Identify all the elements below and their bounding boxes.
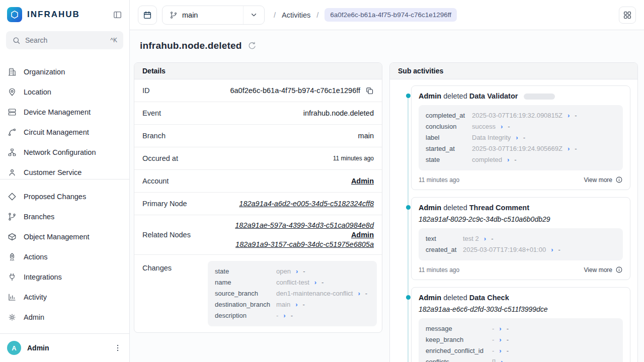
page-title: infrahub.node.deleted [140, 40, 242, 51]
field-row: texttest 2- [426, 233, 616, 244]
breadcrumb-activities[interactable]: Activities [282, 11, 310, 19]
user-menu-kebab-icon[interactable] [113, 343, 122, 352]
sidebar-header: INFRAHUB [0, 0, 129, 26]
sub-activity-title: Admin deleted Thread Comment [419, 204, 623, 212]
sidebar-nav-group-main: Organization Location Device Management … [0, 62, 129, 179]
location-pin-icon [8, 87, 17, 97]
sidebar-item-label: Admin [24, 313, 44, 321]
detail-row-event: Event infrahub.node.deleted [134, 102, 382, 125]
chevron-down-icon[interactable] [243, 6, 264, 24]
branch-name: main [182, 11, 198, 19]
related-node-link[interactable]: 182a91ae-597a-4399-34d3-c51ca0984e8d [235, 221, 374, 229]
field-row: enriched_conflict_id-- [426, 345, 616, 356]
detail-id-value: 6a0f2e6c-b61a-4f75-b974-c76c1e1296ff [230, 86, 360, 95]
primary-node-link[interactable]: 182a91a4-a6d2-e005-34d5-c5182324cff8 [239, 200, 374, 208]
sub-activities-panel: Sub activities Admin deleted Data Valida… [389, 62, 638, 362]
chevron-right-icon [551, 244, 553, 255]
breadcrumb-separator: / [316, 11, 318, 19]
calendar-button[interactable] [138, 6, 157, 25]
change-row: source_branchden1-maintenance-conflict- [215, 288, 370, 299]
detail-row-branch: Branch main [134, 125, 382, 147]
sub-activity-card: Admin deleted Thread Comment 182a91af-80… [411, 197, 630, 280]
related-node-link[interactable]: 182a91a9-3157-cab9-34dc-c51975e6805a [235, 240, 374, 248]
sidebar-item-label: Object Management [24, 233, 90, 241]
details-panel-title: Details [134, 63, 382, 79]
copy-icon[interactable] [365, 86, 374, 95]
chevron-right-icon [296, 266, 298, 277]
page-content: infrahub.node.deleted Details ID 6a0f2e6… [130, 30, 644, 362]
sidebar-item-network-configuration[interactable]: Network Configuration [0, 142, 129, 162]
breadcrumb-activity-id[interactable]: 6a0f2e6c-b61a-4f75-b974-c76c1e1296ff [325, 8, 457, 22]
field-row: created_at2025-03-07T17:19:48+01:00- [426, 244, 616, 255]
circuit-icon [8, 128, 17, 137]
sidebar-item-location[interactable]: Location [0, 82, 129, 102]
card-footer: 11 minutes ago View more [419, 176, 623, 184]
branch-selector-value: main [163, 6, 243, 24]
card-footer: 11 minutes ago View more [419, 266, 623, 274]
collapse-sidebar-button[interactable] [113, 10, 122, 20]
page-title-row: infrahub.node.deleted [140, 40, 638, 51]
sidebar-item-object-management[interactable]: Object Management [0, 227, 129, 247]
field-row: keep_branch-- [426, 334, 616, 345]
branch-selector[interactable]: main [162, 6, 265, 25]
apps-grid-button[interactable] [619, 7, 636, 24]
search-placeholder: Search [25, 36, 47, 44]
sidebar: INFRAHUB Search ^K Organization Location [0, 0, 130, 362]
sidebar-nav-group-secondary: Proposed Changes Branches Object Managem… [0, 179, 129, 327]
sidebar-item-label: Organization [24, 68, 65, 76]
user-name: Admin [27, 344, 49, 352]
customer-icon [8, 168, 17, 177]
card-time: 11 minutes ago [419, 176, 459, 184]
app-root: INFRAHUB Search ^K Organization Location [0, 0, 644, 362]
field-row: message-- [426, 323, 616, 334]
redacted-skeleton [524, 94, 555, 100]
sidebar-item-organization[interactable]: Organization [0, 62, 129, 82]
detail-row-changes: Changes stateopen- nameconflict-test- so… [134, 255, 382, 332]
view-more-button[interactable]: View more [584, 266, 623, 274]
refresh-icon[interactable] [248, 41, 257, 50]
sidebar-item-device-management[interactable]: Device Management [0, 102, 129, 122]
field-row: started_at2025-03-07T16:19:24.905669Z- [426, 143, 616, 154]
rocket-icon [8, 252, 17, 261]
sub-activity-title: Admin deleted Data Check [419, 294, 623, 302]
chevron-right-icon [516, 132, 518, 143]
sidebar-item-activity[interactable]: Activity [0, 287, 129, 307]
search-input[interactable]: Search ^K [6, 31, 123, 49]
main-area: main / Activities / 6a0f2e6c-b61a-4f75-b… [130, 0, 644, 362]
detail-branch-value: main [358, 132, 374, 140]
sidebar-item-integrations[interactable]: Integrations [0, 267, 129, 287]
fields-box: texttest 2- created_at2025-03-07T17:19:4… [419, 228, 623, 260]
field-row: completed_at2025-03-07T16:19:32.090815Z- [426, 110, 616, 121]
change-row: destination_branchmain- [215, 299, 370, 310]
plug-icon [8, 273, 17, 282]
card-time: 11 minutes ago [419, 266, 459, 274]
sidebar-item-branches[interactable]: Branches [0, 207, 129, 227]
sidebar-item-customer-service[interactable]: Customer Service [0, 162, 129, 179]
chevron-right-icon [484, 233, 486, 244]
sidebar-item-actions[interactable]: Actions [0, 247, 129, 267]
server-icon [8, 108, 17, 117]
sidebar-item-label: Circuit Management [24, 128, 89, 136]
related-node-link[interactable]: Admin [351, 231, 374, 239]
sub-activity-title: Admin deleted Data Validator [419, 92, 623, 100]
git-branch-icon [170, 11, 178, 19]
chevron-right-icon [499, 345, 501, 356]
chevron-right-icon [507, 154, 509, 165]
sidebar-item-circuit-management[interactable]: Circuit Management [0, 122, 129, 142]
avatar[interactable]: A [7, 341, 21, 355]
change-row: description-- [215, 310, 370, 321]
sidebar-item-proposed-changes[interactable]: Proposed Changes [0, 187, 129, 207]
detail-row-primary-node: Primary Node 182a91a4-a6d2-e005-34d5-c51… [134, 193, 382, 215]
sidebar-item-label: Device Management [24, 108, 91, 116]
chevron-right-icon [501, 356, 503, 362]
sub-activity-card: Admin deleted Data Check 182a91aa-e6c6-d… [411, 287, 630, 362]
view-more-button[interactable]: View more [584, 176, 623, 184]
chevron-right-icon [314, 277, 316, 288]
details-panel: Details ID 6a0f2e6c-b61a-4f75-b974-c76c1… [134, 62, 382, 333]
account-link[interactable]: Admin [351, 177, 374, 185]
detail-event-value: infrahub.node.deleted [303, 109, 374, 117]
sidebar-item-admin[interactable]: Admin [0, 307, 129, 327]
sidebar-item-label: Network Configuration [24, 148, 96, 156]
timeline-dot [406, 205, 411, 210]
bar-chart-icon [8, 293, 17, 302]
